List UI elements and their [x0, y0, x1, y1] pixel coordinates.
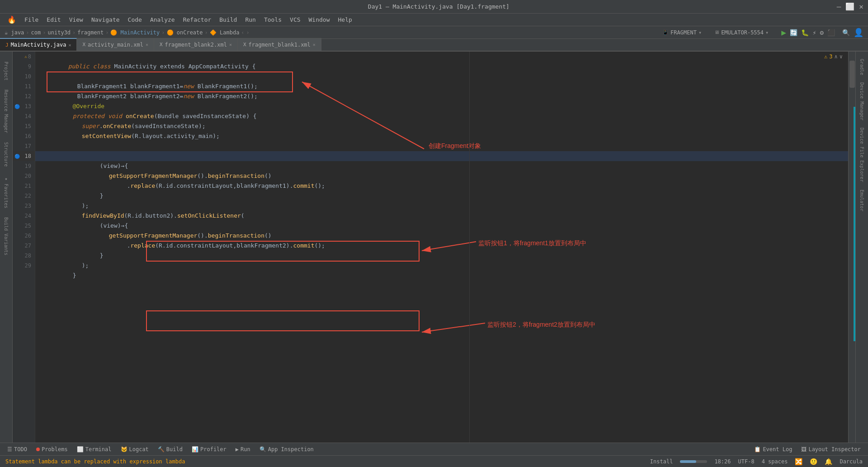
profiler-button[interactable]: 📊 Profiler — [188, 445, 230, 453]
resource-manager-button[interactable]: Resource Manager — [3, 85, 9, 138]
code-line-12[interactable]: @Override — [35, 91, 848, 101]
code-line-22[interactable]: ); — [35, 191, 848, 201]
bell-icon: 🔔 — [825, 458, 832, 465]
menu-tools[interactable]: Tools — [260, 15, 285, 24]
line-8: ⚠8 — [13, 52, 35, 62]
build-button[interactable]: 🔨 Build — [154, 445, 186, 453]
breadcrumb-com[interactable]: com — [31, 29, 41, 36]
logcat-button[interactable]: 🐱 Logcat — [117, 445, 152, 453]
line-12: 12 — [13, 91, 35, 101]
menu-analyze[interactable]: Analyze — [146, 15, 179, 24]
code-line-10[interactable]: BlankFragment1 blankFragment1=new BlankF… — [35, 71, 848, 81]
run-panel-button[interactable]: ▶ Run — [232, 445, 254, 453]
tab-close-mainactivity[interactable]: ✕ — [68, 43, 71, 48]
teal-indicator-bar — [854, 107, 855, 341]
menu-view[interactable]: View — [66, 15, 87, 24]
structure-button[interactable]: Structure — [3, 138, 9, 171]
breadcrumb-java[interactable]: ☕ java — [5, 29, 24, 36]
code-line-27[interactable]: } — [35, 241, 848, 251]
xml-file-icon-3: X — [243, 42, 246, 48]
maximize-button[interactable]: ⬜ — [845, 2, 854, 11]
layout-inspector-icon: 🖼 — [801, 446, 807, 453]
breadcrumb-bar: ☕ java › com › unity3d › fragment › 🟠 Ma… — [0, 26, 868, 39]
line-16: 16 — [13, 131, 35, 141]
settings-icon[interactable]: ⚙ — [820, 29, 824, 36]
sync-button[interactable]: 🔄 — [790, 29, 797, 36]
breadcrumb-lambda[interactable]: 🔶 Lambda — [210, 29, 240, 36]
code-editor[interactable]: ⚠ 3 ∧ ∨ public class MainActivity extend… — [35, 52, 848, 443]
tab-activity-main-xml[interactable]: X activity_main.xml ✕ — [77, 38, 154, 51]
code-line-20[interactable]: .replace(R.id.constraintLayout,blankFrag… — [35, 171, 848, 181]
emulator-button[interactable]: Emulator — [859, 186, 865, 215]
code-line-28[interactable]: ); — [35, 251, 848, 261]
breadcrumb-oncreate[interactable]: 🟠 onCreate — [167, 29, 203, 36]
window-controls[interactable]: – ⬜ ✕ — [837, 2, 863, 11]
code-line-8[interactable]: public class MainActivity extends AppCom… — [35, 52, 848, 62]
code-line-17[interactable]: findViewById(R.id.button).setOnClickList… — [35, 141, 848, 151]
project-panel-button[interactable]: Project — [3, 57, 9, 85]
fragment-dropdown[interactable]: ▾ — [698, 29, 702, 36]
menu-vcs[interactable]: VCS — [286, 15, 304, 24]
code-line-23[interactable]: findViewById(R.id.button2).setOnClickLis… — [35, 201, 848, 211]
status-bar: Statement lambda can be replaced with ex… — [0, 455, 868, 467]
menu-file[interactable]: File — [21, 15, 42, 24]
code-line-15[interactable]: setContentView(R.layout.activity_main); — [35, 121, 848, 131]
code-line-16[interactable] — [35, 131, 848, 141]
code-line-19[interactable]: getSupportFragmentManager().beginTransac… — [35, 161, 848, 171]
tab-close-activity-main[interactable]: ✕ — [146, 42, 148, 47]
code-line-9[interactable] — [35, 62, 848, 71]
code-line-13[interactable]: protected void onCreate(Bundle savedInst… — [35, 101, 848, 111]
gradle-panel-button[interactable]: Gradle — [859, 55, 865, 79]
problems-button[interactable]: Problems — [33, 445, 71, 453]
menu-code[interactable]: Code — [124, 15, 146, 24]
code-line-29[interactable]: } — [35, 261, 848, 271]
code-line-11[interactable]: BlankFragment2 blankFragment2=new BlankF… — [35, 81, 848, 91]
favorites-button[interactable]: ★ Favorites — [3, 172, 9, 213]
line-17: 17 — [13, 141, 35, 151]
emulator-dropdown[interactable]: ▾ — [765, 29, 769, 36]
layout-inspector-button[interactable]: 🖼 Layout Inspector — [797, 445, 864, 453]
todo-button[interactable]: ☰ TODO — [4, 445, 31, 453]
code-line-14[interactable]: super.onCreate(savedInstanceState); — [35, 111, 848, 121]
code-line-24[interactable]: (view)→{ — [35, 211, 848, 221]
run-button[interactable]: ▶ — [781, 28, 786, 37]
breadcrumb-fragment[interactable]: fragment — [77, 29, 104, 36]
build-variants-button[interactable]: Build Variants — [3, 213, 9, 260]
tab-mainactivity[interactable]: J MainActivity.java ✕ — [0, 38, 77, 51]
app-inspection-button[interactable]: 🔍 App Inspection — [256, 445, 317, 453]
indent-label: 4 spaces — [762, 458, 788, 465]
minimize-button[interactable]: – — [837, 2, 841, 11]
device-file-explorer-button[interactable]: Device File Explorer — [859, 124, 865, 186]
tab-close-fragment-blank1[interactable]: ✕ — [313, 42, 316, 47]
menu-run[interactable]: Run — [241, 15, 259, 24]
menu-help[interactable]: Help — [335, 15, 356, 24]
code-line-26[interactable]: .replace(R.id.constraintLayout,blankFrag… — [35, 231, 848, 241]
close-button[interactable]: ✕ — [859, 2, 863, 11]
terminal-button[interactable]: ⬜ Terminal — [73, 445, 115, 453]
breadcrumb-unity3d[interactable]: unity3d — [48, 29, 71, 36]
breadcrumb-mainactivity[interactable]: 🟠 MainActivity — [110, 29, 160, 36]
install-label: Install — [650, 458, 673, 465]
debug-button[interactable]: 🐛 — [801, 29, 809, 36]
stop-button[interactable]: ⬛ — [827, 29, 835, 36]
tab-close-fragment-blank2[interactable]: ✕ — [229, 42, 232, 47]
user-avatar[interactable]: 👤 — [854, 28, 863, 37]
menu-window[interactable]: Window — [305, 15, 334, 24]
menu-edit[interactable]: Edit — [43, 15, 64, 24]
menu-refactor[interactable]: Refactor — [179, 15, 215, 24]
run-panel-icon: ▶ — [236, 446, 239, 453]
code-line-25[interactable]: getSupportFragmentManager().beginTransac… — [35, 221, 848, 231]
right-panel: Gradle Device Manager Device File Explor… — [855, 52, 868, 443]
tab-fragment-blank2[interactable]: X fragment_blank2.xml ✕ — [154, 38, 238, 51]
event-log-button[interactable]: 📋 Event Log — [750, 445, 796, 453]
search-icon[interactable]: 🔍 — [842, 29, 850, 36]
tab-fragment-blank1[interactable]: X fragment_blank1.xml ✕ — [238, 38, 321, 51]
code-line-21[interactable]: } — [35, 181, 848, 191]
todo-icon: ☰ — [7, 446, 12, 453]
menu-build[interactable]: Build — [216, 15, 241, 24]
scroll-thumb[interactable] — [849, 61, 855, 88]
code-line-18[interactable]: (view)→{ — [35, 151, 848, 161]
profile-button[interactable]: ⚡ — [812, 29, 816, 36]
menu-navigate[interactable]: Navigate — [88, 15, 123, 24]
device-manager-button[interactable]: Device Manager — [859, 79, 865, 124]
